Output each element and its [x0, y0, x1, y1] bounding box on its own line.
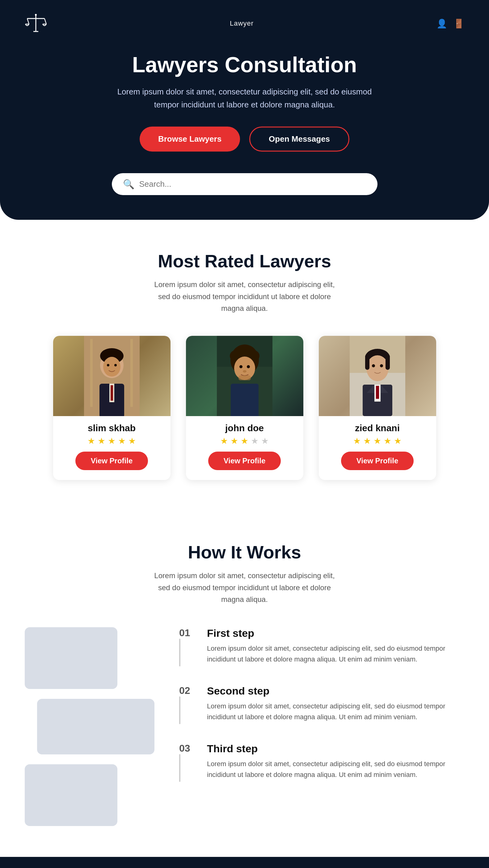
- step-number-1: 01: [179, 627, 198, 666]
- svg-rect-46: [376, 386, 379, 399]
- svg-point-18: [114, 364, 117, 366]
- lawyer-card-3: zied knani ★ ★ ★ ★ ★ View Profile: [319, 336, 436, 480]
- view-profile-button-3[interactable]: View Profile: [341, 452, 414, 470]
- star-2: ★: [230, 436, 238, 446]
- lawyer-photo-3: [319, 336, 436, 416]
- svg-line-3: [27, 19, 29, 24]
- lawyer-photo-1: [53, 336, 171, 416]
- step-number-2: 02: [179, 685, 198, 724]
- step-3: 03 Third step Lorem ipsum dolor sit amet…: [179, 743, 464, 782]
- svg-point-16: [103, 357, 120, 377]
- svg-point-17: [107, 364, 109, 366]
- star-2: ★: [97, 436, 105, 446]
- how-subtitle: Lorem ipsum dolor sit amet, consectetur …: [149, 570, 340, 605]
- open-messages-button[interactable]: Open Messages: [249, 127, 349, 152]
- star-1: ★: [87, 436, 95, 446]
- lawyer-name-3: zied knani: [319, 423, 436, 433]
- logo: [25, 12, 47, 35]
- most-rated-subtitle: Lorem ipsum dolor sit amet, consectetur …: [149, 279, 340, 314]
- svg-point-31: [239, 365, 242, 368]
- hero-subtitle: Lorem ipsum dolor sit amet, consectetur …: [106, 86, 384, 111]
- step-1: 01 First step Lorem ipsum dolor sit amet…: [179, 627, 464, 666]
- star-1: ★: [353, 436, 361, 446]
- how-content: 01 First step Lorem ipsum dolor sit amet…: [25, 627, 464, 826]
- step-2: 02 Second step Lorem ipsum dolor sit ame…: [179, 685, 464, 724]
- step-text-3: Third step Lorem ipsum dolor sit amet, c…: [207, 743, 464, 780]
- star-5: ★: [394, 436, 402, 446]
- search-bar: 🔍: [112, 173, 377, 195]
- svg-rect-35: [231, 384, 259, 416]
- star-3: ★: [241, 436, 248, 446]
- how-images: [25, 627, 154, 826]
- most-rated-title: Most Rated Lawyers: [25, 251, 464, 271]
- how-steps: 01 First step Lorem ipsum dolor sit amet…: [179, 627, 464, 800]
- star-4: ★: [118, 436, 126, 446]
- lawyers-grid: slim skhab ★ ★ ★ ★ ★ View Profile: [25, 336, 464, 480]
- step-number-3: 03: [179, 743, 198, 782]
- svg-point-43: [380, 364, 383, 367]
- hero-title: Lawyers Consultation: [25, 53, 464, 77]
- search-input[interactable]: [139, 179, 366, 189]
- svg-rect-40: [365, 354, 370, 370]
- how-image-2: [37, 699, 154, 754]
- how-image-3: [25, 764, 117, 826]
- nav-brand: Lawyer: [230, 20, 254, 28]
- star-4: ★: [251, 436, 259, 446]
- most-rated-section: Most Rated Lawyers Lorem ipsum dolor sit…: [0, 220, 489, 511]
- how-image-1: [25, 627, 117, 689]
- lawyer-avatar-svg-3: [350, 336, 405, 416]
- hero-buttons: Browse Lawyers Open Messages: [25, 127, 464, 152]
- browse-lawyers-button[interactable]: Browse Lawyers: [140, 127, 240, 152]
- svg-point-33: [243, 370, 247, 373]
- lawyer-stars-2: ★ ★ ★ ★ ★: [186, 436, 303, 446]
- logo-scales-icon: [25, 12, 47, 35]
- lawyer-name-1: slim skhab: [53, 423, 171, 433]
- view-profile-button-1[interactable]: View Profile: [75, 452, 148, 470]
- nav-actions: 👤 🚪: [436, 19, 464, 29]
- svg-rect-10: [131, 339, 133, 407]
- star-2: ★: [363, 436, 371, 446]
- navigation: Lawyer 👤 🚪: [25, 12, 464, 35]
- svg-rect-9: [90, 339, 93, 407]
- svg-point-32: [247, 365, 250, 368]
- how-title: How It Works: [25, 542, 464, 562]
- svg-line-5: [45, 19, 46, 24]
- lawyer-name-2: john doe: [186, 423, 303, 433]
- star-5: ★: [128, 436, 136, 446]
- step-text-1: First step Lorem ipsum dolor sit amet, c…: [207, 627, 464, 664]
- search-icon: 🔍: [123, 179, 134, 189]
- user-icon[interactable]: 👤: [436, 19, 447, 29]
- lawyer-photo-2: [186, 336, 303, 416]
- star-1: ★: [220, 436, 228, 446]
- lawyer-card-1: slim skhab ★ ★ ★ ★ ★ View Profile: [53, 336, 171, 480]
- svg-rect-41: [385, 354, 390, 370]
- lawyer-stars-1: ★ ★ ★ ★ ★: [53, 436, 171, 446]
- lawyer-stars-3: ★ ★ ★ ★ ★: [319, 436, 436, 446]
- lawyer-avatar-svg-1: [84, 336, 140, 416]
- svg-point-42: [372, 364, 375, 367]
- svg-point-39: [366, 355, 389, 381]
- lawyer-card-2: john doe ★ ★ ★ ★ ★ View Profile: [186, 336, 303, 480]
- svg-point-2: [35, 14, 37, 16]
- star-3: ★: [373, 436, 381, 446]
- view-profile-button-2[interactable]: View Profile: [208, 452, 281, 470]
- footer: Home | How It Works | Donations | Privac…: [0, 857, 489, 868]
- how-it-works-section: How It Works Lorem ipsum dolor sit amet,…: [0, 511, 489, 857]
- logout-icon[interactable]: 🚪: [454, 19, 464, 29]
- lawyer-avatar-svg-2: [217, 336, 272, 416]
- svg-rect-34: [238, 375, 251, 380]
- step-text-2: Second step Lorem ipsum dolor sit amet, …: [207, 685, 464, 722]
- star-4: ★: [384, 436, 392, 446]
- svg-rect-15: [111, 385, 113, 401]
- hero-section: Lawyer 👤 🚪 Lawyers Consultation Lorem ip…: [0, 0, 489, 220]
- star-3: ★: [108, 436, 116, 446]
- star-5: ★: [261, 436, 269, 446]
